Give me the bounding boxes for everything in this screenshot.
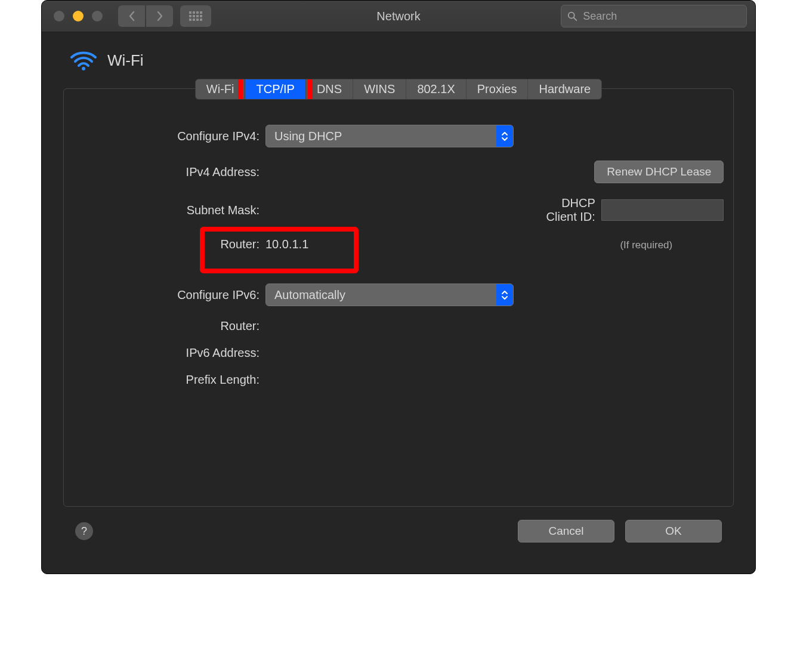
- configure-ipv4-select[interactable]: Using DHCP: [265, 125, 514, 147]
- ok-button[interactable]: OK: [625, 520, 722, 542]
- wifi-icon: [70, 50, 97, 70]
- tab-bar: Wi-Fi TCP/IP DNS WINS 802.1X Proxies Har…: [63, 79, 734, 100]
- tcpip-panel: Configure IPv4: Using DHCP IPv4 Address:: [63, 88, 734, 507]
- tab-label: Wi-Fi: [206, 82, 234, 96]
- subnet-mask-label: Subnet Mask:: [75, 204, 260, 217]
- svg-rect-5: [193, 15, 195, 17]
- ipv6-address-label: IPv6 Address:: [75, 346, 260, 360]
- tab-dns[interactable]: DNS: [306, 79, 353, 99]
- configure-ipv6-label: Configure IPv6:: [75, 288, 260, 302]
- button-label: Cancel: [548, 525, 583, 538]
- chevron-up-down-icon: [496, 284, 513, 306]
- dhcp-client-id-hint: (If required): [569, 239, 724, 251]
- footer: ? Cancel OK: [63, 507, 734, 558]
- select-value: Using DHCP: [274, 130, 342, 143]
- maximize-window-button[interactable]: [92, 11, 103, 21]
- tab-8021x[interactable]: 802.1X: [406, 79, 466, 99]
- renew-dhcp-lease-button[interactable]: Renew DHCP Lease: [594, 161, 724, 183]
- tab-wins[interactable]: WINS: [353, 79, 406, 99]
- grid-icon: [189, 11, 202, 21]
- panel-header: Wi-Fi: [70, 50, 734, 70]
- button-label: Renew DHCP Lease: [607, 165, 711, 178]
- network-preferences-window: Network Wi-Fi Wi-Fi TCP/IP: [41, 0, 756, 574]
- svg-rect-3: [200, 11, 202, 14]
- search-field[interactable]: [561, 5, 747, 27]
- window-controls: [42, 11, 103, 21]
- svg-rect-1: [193, 11, 195, 14]
- help-icon: ?: [81, 525, 87, 538]
- router-value-text: 10.0.1.1: [265, 238, 308, 251]
- svg-rect-4: [189, 15, 191, 17]
- show-all-button[interactable]: [180, 5, 211, 27]
- tab-label: Hardware: [539, 82, 591, 96]
- dhcp-client-id-input[interactable]: [601, 199, 724, 221]
- svg-rect-9: [193, 19, 195, 21]
- search-icon: [567, 11, 577, 21]
- tab-label: WINS: [364, 82, 395, 96]
- back-button[interactable]: [118, 5, 145, 27]
- close-window-button[interactable]: [54, 11, 64, 21]
- tab-tcpip[interactable]: TCP/IP: [245, 79, 305, 99]
- svg-point-14: [82, 67, 85, 70]
- svg-rect-6: [196, 15, 199, 17]
- router-ipv4-label: Router:: [75, 238, 260, 251]
- search-input[interactable]: [582, 10, 740, 23]
- svg-rect-8: [189, 19, 191, 21]
- ipv4-address-label: IPv4 Address:: [75, 165, 260, 179]
- tab-label: DNS: [317, 82, 342, 96]
- minimize-window-button[interactable]: [73, 11, 84, 21]
- svg-rect-11: [200, 19, 202, 21]
- titlebar: Network: [42, 1, 755, 32]
- svg-rect-2: [196, 11, 199, 14]
- svg-line-13: [574, 18, 577, 21]
- svg-rect-10: [196, 19, 199, 21]
- tab-proxies[interactable]: Proxies: [467, 79, 529, 99]
- svg-rect-7: [200, 15, 202, 17]
- panel-title: Wi-Fi: [107, 51, 144, 70]
- tab-label: 802.1X: [417, 82, 455, 96]
- configure-ipv6-select[interactable]: Automatically: [265, 283, 514, 306]
- chevron-right-icon: [156, 11, 163, 21]
- tab-label: TCP/IP: [256, 82, 294, 96]
- chevron-left-icon: [128, 11, 135, 21]
- router-ipv6-label: Router:: [75, 319, 260, 333]
- form: Configure IPv4: Using DHCP IPv4 Address:: [64, 125, 733, 387]
- button-label: OK: [665, 525, 681, 538]
- select-value: Automatically: [274, 288, 345, 302]
- router-ipv4-value: 10.0.1.1: [265, 238, 522, 251]
- tab-label: Proxies: [477, 82, 517, 96]
- svg-rect-0: [189, 11, 191, 14]
- nav-buttons: [118, 5, 173, 27]
- content: Wi-Fi Wi-Fi TCP/IP DNS WINS 802.1X Proxi…: [42, 32, 755, 574]
- dhcp-client-id-label: DHCP Client ID:: [528, 196, 595, 224]
- chevron-up-down-icon: [496, 125, 513, 147]
- configure-ipv4-label: Configure IPv4:: [75, 130, 260, 143]
- prefix-length-label: Prefix Length:: [75, 373, 260, 387]
- tab-hardware[interactable]: Hardware: [528, 79, 601, 99]
- tabs: Wi-Fi TCP/IP DNS WINS 802.1X Proxies Har…: [195, 79, 602, 100]
- tab-wifi[interactable]: Wi-Fi: [196, 79, 246, 99]
- help-button[interactable]: ?: [75, 522, 93, 540]
- forward-button[interactable]: [146, 5, 173, 27]
- cancel-button[interactable]: Cancel: [518, 520, 614, 542]
